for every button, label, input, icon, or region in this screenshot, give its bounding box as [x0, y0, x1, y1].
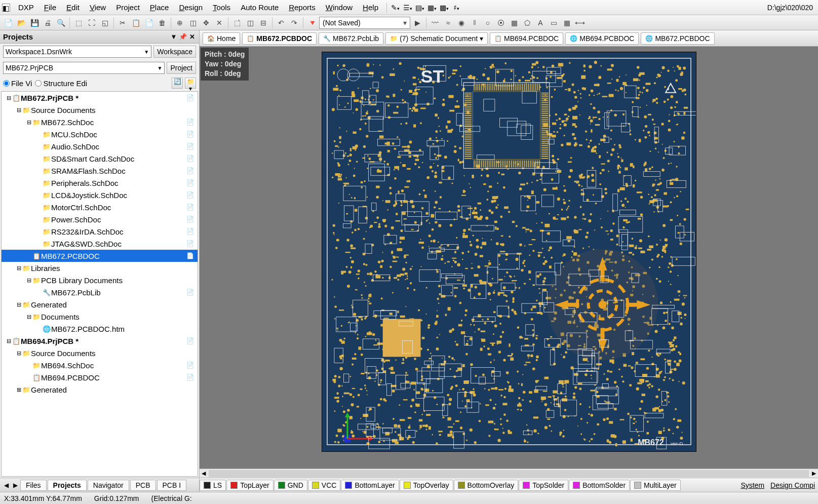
expander-icon[interactable]: ⊟ — [16, 265, 22, 272]
stack-icon[interactable]: ▤▾ — [414, 2, 425, 13]
redo-button[interactable]: ↷ — [288, 17, 300, 29]
print-button[interactable]: 🖨 — [42, 17, 54, 29]
component-button[interactable]: ▭ — [548, 17, 560, 29]
tree-item-sd-smart-card-schdoc[interactable]: 📁SD&Smart Card.SchDoc📄 — [2, 152, 198, 165]
doc-tab-mb672-pcbdoc[interactable]: 🌐MB672.PCBDOC — [641, 32, 714, 45]
deselect-button[interactable]: ⊟ — [257, 17, 269, 29]
layer-tab-gnd[interactable]: GND — [274, 480, 307, 491]
system-menu-design-compi[interactable]: Design Compi — [770, 481, 815, 489]
tree-item-mb694-schdoc[interactable]: 📁MB694.SchDoc📄 — [2, 359, 198, 371]
menu-file[interactable]: File — [39, 1, 61, 14]
tree-item-source-documents[interactable]: ⊟📁Source Documents — [2, 347, 198, 359]
multi-route-button[interactable]: ⦀ — [469, 17, 481, 29]
pcb-canvas-wrapper[interactable]: Pitch : 0deg Yaw : 0deg Roll : 0deg ST — [200, 47, 818, 469]
menu-reports[interactable]: Reports — [284, 1, 321, 14]
open-file-button[interactable]: 📂 — [15, 17, 27, 29]
menu-design[interactable]: Design — [174, 1, 208, 14]
tree-item-audio-schdoc[interactable]: 📁Audio.SchDoc📄 — [2, 140, 198, 152]
grid-mode-icon[interactable]: ▩▾ — [439, 2, 450, 13]
select-button[interactable]: ◫ — [187, 17, 199, 29]
new-file-button[interactable]: 📄 — [2, 17, 14, 29]
layer-tab-toplayer[interactable]: TopLayer — [226, 480, 274, 491]
zoom-area-button[interactable]: ⬚ — [72, 17, 85, 29]
select-inside-button[interactable]: ⬚̇ — [231, 17, 243, 29]
scroll-left-icon[interactable]: ◀ — [200, 470, 208, 477]
zoom-selected-button[interactable]: ◱ — [99, 17, 111, 29]
zoom-fit-button[interactable]: ⛶ — [86, 17, 98, 29]
layer-tab-bottomlayer[interactable]: BottomLayer — [341, 480, 399, 491]
array-button[interactable]: ▦ — [561, 17, 573, 29]
expander-icon[interactable]: ⊟ — [26, 277, 32, 284]
menu-help[interactable]: Help — [358, 1, 383, 14]
route-button[interactable]: 〰 — [429, 17, 441, 29]
expander-icon[interactable]: ⊟ — [6, 95, 12, 101]
panel-title-bar[interactable]: Projects ▼ 📌 ✕ — [0, 30, 199, 44]
tree-item-mb672-schdoc[interactable]: ⊟📁MB672.SchDoc📄 — [2, 116, 198, 128]
apply-filter-button[interactable]: ▶ — [411, 17, 423, 29]
doc-tab-mb694-pcbdoc[interactable]: 📋MB694.PCBDOC — [490, 32, 563, 45]
tree-item-mb672-pcblib[interactable]: 🔧MB672.PcbLib📄 — [2, 286, 198, 298]
dimension-button[interactable]: ⟷ — [574, 17, 586, 29]
move-button[interactable]: ✥ — [200, 17, 212, 29]
tree-item-mb672-pcbdoc-htm[interactable]: 🌐MB672.PCBDOC.htm — [2, 323, 198, 335]
system-menu-system[interactable]: System — [741, 481, 764, 489]
paste-button[interactable]: 📄 — [143, 17, 155, 29]
tree-item-mb672-prjpcb-[interactable]: ⊟📋MB672.PrjPCB *📄 — [2, 92, 198, 104]
project-button[interactable]: Project — [167, 62, 196, 74]
tab-scroll-right[interactable]: ▶ — [11, 482, 19, 489]
expander-icon[interactable]: ⊟ — [6, 338, 12, 344]
doc-tab-mb672-pcbdoc[interactable]: 📋MB672.PCBDOC — [242, 32, 317, 45]
panel-menu-icon[interactable]: ▼ — [170, 33, 178, 41]
select-touching-button[interactable]: ◫ — [244, 17, 256, 29]
scroll-right-icon[interactable]: ▶ — [810, 470, 818, 477]
panel-close-icon[interactable]: ✕ — [188, 33, 196, 41]
tree-item-motorctrl-schdoc[interactable]: 📁MotorCtrl.SchDoc📄 — [2, 201, 198, 213]
save-button[interactable]: 💾 — [28, 17, 41, 29]
workspace-button[interactable]: Workspace — [153, 46, 196, 58]
cross-select-button[interactable]: ⊕ — [174, 17, 186, 29]
layer-tab-bottomsolder[interactable]: BottomSolder — [569, 480, 630, 491]
doc-tab-mb694-pcbdoc[interactable]: 🌐MB694.PCBDOC — [565, 32, 639, 45]
delete-button[interactable]: 🗑 — [156, 17, 168, 29]
doc-tab-mb672-pcblib[interactable]: 🔧MB672.PcbLib — [319, 32, 383, 45]
workspace-dropdown[interactable]: Workspace1.DsnWrk — [3, 46, 151, 58]
layer-tab-topsolder[interactable]: TopSolder — [519, 480, 568, 491]
align-icon[interactable]: ☰▾ — [402, 2, 413, 13]
tree-item-lcd-joystick-schdoc[interactable]: 📁LCD&Joystick.SchDoc📄 — [2, 189, 198, 201]
tree-item-mb694-prjpcb-[interactable]: ⊟📋MB694.PrjPCB *📄 — [2, 335, 198, 347]
diff-pair-button[interactable]: ≈ — [442, 17, 454, 29]
expander-icon[interactable]: ⊟ — [26, 314, 32, 320]
undo-button[interactable]: ↶ — [275, 17, 287, 29]
tree-item-mb672-pcbdoc[interactable]: 📋MB672.PCBDOC📄 — [2, 250, 198, 262]
filter-button[interactable]: 🔻 — [306, 17, 318, 29]
menu-window[interactable]: Window — [321, 1, 358, 14]
expander-icon[interactable]: ⊟ — [16, 107, 22, 113]
tree-item-jtag-swd-schdoc[interactable]: 📁JTAG&SWD.SchDoc📄 — [2, 238, 198, 250]
tree-item-mcu-schdoc[interactable]: 📁MCU.SchDoc📄 — [2, 128, 198, 140]
menu-project[interactable]: Project — [111, 1, 145, 14]
panel-tab-projects[interactable]: Projects — [48, 480, 87, 491]
place-via-button[interactable]: ⦿ — [495, 17, 507, 29]
h-scrollbar[interactable]: ◀ ▶ — [200, 469, 818, 478]
tree-item-peripherals-schdoc[interactable]: 📁Peripherals.SchDoc📄 — [2, 177, 198, 189]
radio-structure-view[interactable]: Structure Edi — [35, 79, 87, 88]
expander-icon[interactable]: ⊞ — [16, 386, 22, 393]
tree-item-rs232-irda-schdoc[interactable]: 📁RS232&IrDA.SchDoc📄 — [2, 225, 198, 238]
fill-button[interactable]: ▦ — [508, 17, 520, 29]
layer-color-icon[interactable]: ▦▾ — [426, 2, 438, 13]
tree-item-source-documents[interactable]: ⊟📁Source Documents — [2, 104, 198, 116]
project-options-button[interactable]: 📁▾ — [185, 77, 196, 89]
panel-tab-navigator[interactable]: Navigator — [88, 480, 129, 491]
route-mode-icon[interactable]: ✎▾ — [390, 2, 401, 13]
expander-icon[interactable]: ⊟ — [26, 119, 32, 126]
layer-tab-multilayer[interactable]: MultiLayer — [630, 480, 681, 491]
radio-file-view[interactable]: File Vi — [3, 79, 32, 88]
panel-tab-pcb-i[interactable]: PCB I — [157, 480, 187, 491]
menu-edit[interactable]: Edit — [61, 1, 85, 14]
polygon-button[interactable]: ⬠ — [521, 17, 533, 29]
tree-item-generated[interactable]: ⊞📁Generated — [2, 383, 198, 396]
expander-icon[interactable]: ⊟ — [16, 301, 22, 308]
tree-item-mb694-pcbdoc[interactable]: 📋MB694.PCBDOC📄 — [2, 371, 198, 383]
clear-button[interactable]: ✕ — [213, 17, 225, 29]
pcb-board-view[interactable]: ST MB672 ver-D — [322, 52, 696, 452]
